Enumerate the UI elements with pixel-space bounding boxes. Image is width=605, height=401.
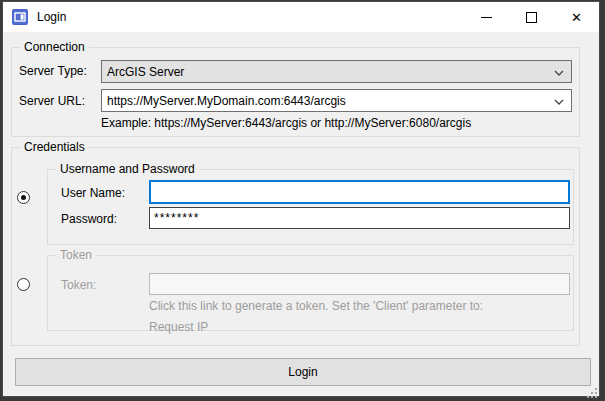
chevron-down-icon [554, 94, 564, 108]
server-url-value: https://MyServer.MyDomain.com:6443/arcgi… [107, 94, 346, 108]
window-controls: ✕ [464, 2, 599, 32]
close-icon: ✕ [571, 11, 582, 24]
maximize-icon [526, 12, 537, 23]
titlebar[interactable]: Login ✕ [3, 2, 599, 32]
username-password-legend: Username and Password [56, 162, 199, 176]
server-type-value: ArcGIS Server [107, 65, 184, 79]
password-input[interactable] [149, 207, 570, 229]
login-dialog: Login ✕ Connection Server Type: ArcGIS S… [2, 1, 600, 397]
login-button-label: Login [288, 365, 317, 379]
server-type-label: Server Type: [19, 64, 87, 78]
window-title: Login [37, 10, 66, 24]
app-form-icon [12, 9, 28, 25]
maximize-button[interactable] [509, 2, 554, 32]
user-name-label: User Name: [61, 186, 125, 200]
token-help-text: Click this link to generate a token. Set… [149, 299, 483, 313]
credentials-group-legend: Credentials [20, 140, 89, 154]
connection-group-legend: Connection [20, 40, 89, 54]
minimize-icon [481, 17, 492, 18]
desktop-background: Login ✕ Connection Server Type: ArcGIS S… [0, 0, 605, 401]
token-group-legend: Token [56, 248, 96, 262]
token-input[interactable] [149, 273, 570, 295]
server-type-dropdown[interactable]: ArcGIS Server [101, 60, 572, 83]
login-button[interactable]: Login [15, 358, 591, 386]
server-url-example-text: Example: https://MyServer:6443/arcgis or… [101, 116, 471, 130]
chevron-down-icon [554, 65, 564, 79]
user-name-input[interactable] [149, 180, 570, 204]
server-url-label: Server URL: [19, 94, 85, 108]
radio-selected-dot [21, 195, 26, 200]
username-password-radio[interactable] [17, 191, 30, 204]
token-label: Token: [61, 278, 96, 292]
close-button[interactable]: ✕ [554, 2, 599, 32]
password-label: Password: [61, 212, 117, 226]
token-radio[interactable] [17, 278, 30, 291]
minimize-button[interactable] [464, 2, 509, 32]
resize-grip[interactable] [586, 384, 597, 395]
server-url-combobox[interactable]: https://MyServer.MyDomain.com:6443/arcgi… [101, 89, 572, 112]
request-ip-link[interactable]: Request IP [149, 320, 208, 334]
